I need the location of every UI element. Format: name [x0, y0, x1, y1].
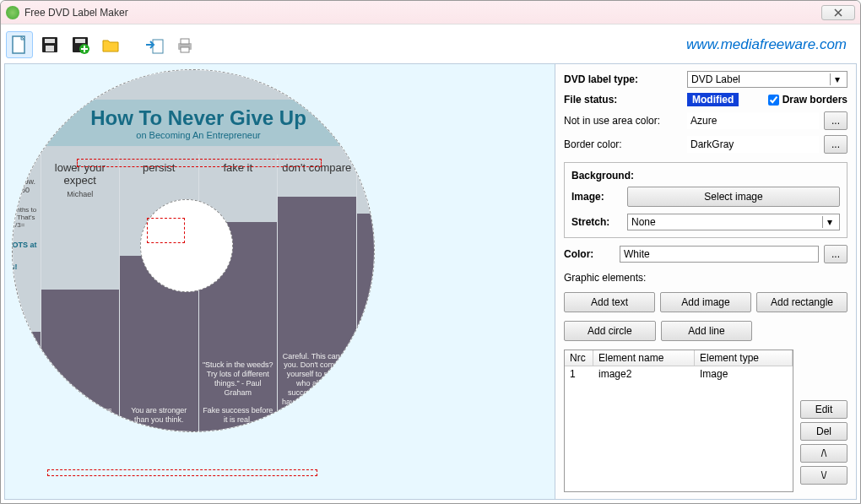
draw-borders-input[interactable] — [768, 95, 779, 106]
infographic-subtitle: on Becoming An Entrepreneur — [136, 130, 260, 140]
brand-link[interactable]: www.mediafreeware.com — [686, 36, 847, 53]
titlebar: Free DVD Label Maker — [1, 1, 860, 24]
export-icon — [144, 35, 165, 55]
border-color-label: Border color: — [564, 138, 682, 150]
graphic-elements-label: Graphic elements: — [564, 272, 847, 284]
svg-rect-9 — [181, 39, 189, 44]
background-group: Background: Image: Select image Stretch:… — [564, 162, 847, 238]
svg-rect-3 — [46, 46, 54, 51]
move-up-button[interactable]: /\ — [800, 444, 847, 463]
dvd-label-type-select[interactable]: DVD Label▾ — [687, 71, 847, 88]
file-status-value: Modified — [687, 93, 739, 106]
table-header: Nrc Element name Element type — [565, 350, 793, 366]
not-in-use-color-button[interactable]: ... — [824, 111, 847, 130]
color-value: White — [620, 246, 819, 263]
save-button[interactable] — [36, 31, 63, 58]
add-rectangle-button[interactable]: Add rectangle — [756, 292, 847, 312]
svg-rect-5 — [75, 39, 85, 43]
window-title: Free DVD Label Maker — [24, 7, 821, 19]
canvas-pane[interactable]: How To Never Give Up on Becoming An Entr… — [5, 64, 555, 499]
svg-rect-10 — [181, 47, 189, 52]
table-buttons: Edit Del /\ \/ — [800, 346, 847, 492]
chevron-down-icon: ▾ — [822, 216, 836, 228]
edit-button[interactable]: Edit — [800, 400, 847, 419]
chevron-down-icon: ▾ — [830, 73, 843, 85]
table-row[interactable]: 1 image2 Image — [565, 366, 793, 382]
toolbar: www.mediafreeware.com — [4, 28, 857, 62]
open-button[interactable] — [97, 31, 124, 58]
floppy-icon — [40, 35, 60, 55]
app-window: Free DVD Label Maker — [0, 0, 861, 504]
elements-table[interactable]: Nrc Element name Element type 1 image2 I… — [564, 350, 793, 492]
disc-hole — [140, 199, 233, 292]
image-label: Image: — [571, 191, 622, 203]
new-button[interactable] — [6, 31, 33, 58]
folder-icon — [100, 35, 121, 55]
move-down-button[interactable]: \/ — [800, 466, 847, 485]
draw-borders-checkbox[interactable]: Draw borders — [768, 94, 847, 106]
add-text-button[interactable]: Add text — [564, 292, 655, 312]
color-button[interactable]: ... — [824, 245, 847, 263]
main-area: How To Never Give Up on Becoming An Entr… — [4, 63, 857, 500]
new-file-icon — [9, 35, 30, 55]
not-in-use-label: Not in use area color: — [564, 115, 682, 127]
file-status-label: File status: — [564, 94, 682, 106]
content: www.mediafreeware.com How To Never Give … — [1, 24, 860, 503]
dvd-label-type-label: DVD label type: — [564, 73, 682, 85]
not-in-use-color: Azure — [687, 112, 819, 129]
selection-rect-bottom[interactable] — [47, 469, 317, 476]
del-button[interactable]: Del — [800, 422, 847, 441]
export-button[interactable] — [141, 31, 168, 58]
close-button[interactable] — [821, 5, 855, 20]
stretch-label: Stretch: — [571, 216, 622, 228]
background-label: Background: — [571, 170, 840, 182]
printer-icon — [175, 35, 195, 55]
save-as-button[interactable] — [67, 31, 94, 58]
side-panel: DVD label type: DVD Label▾ File status: … — [555, 64, 856, 499]
stretch-select[interactable]: None▾ — [627, 214, 840, 230]
select-image-button[interactable]: Select image — [627, 187, 840, 207]
border-color-button[interactable]: ... — [824, 135, 847, 154]
selection-rect-mid-left[interactable] — [147, 218, 185, 243]
svg-rect-7 — [153, 40, 163, 53]
svg-rect-2 — [45, 39, 55, 43]
infographic-title: How To Never Give Up — [90, 106, 306, 130]
floppy-green-icon — [70, 35, 90, 55]
add-image-button[interactable]: Add image — [660, 292, 751, 312]
close-icon — [834, 8, 842, 17]
print-button[interactable] — [171, 31, 198, 58]
add-line-button[interactable]: Add line — [661, 321, 753, 341]
color-label: Color: — [564, 248, 615, 260]
selection-rect-top[interactable] — [77, 159, 322, 167]
app-icon — [6, 6, 19, 19]
border-color-value: DarkGray — [687, 136, 819, 153]
add-circle-button[interactable]: Add circle — [564, 321, 656, 341]
